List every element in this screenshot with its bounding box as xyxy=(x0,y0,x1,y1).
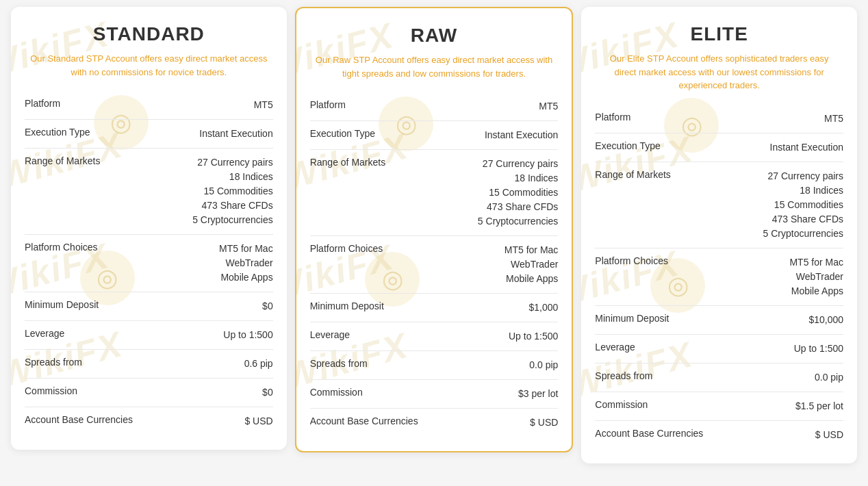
feature-value-standard-5: Up to 1:500 xyxy=(223,328,272,342)
feature-value-standard-3: MT5 for MacWebTraderMobile Apps xyxy=(219,242,273,285)
feature-label-standard-4: Minimum Deposit xyxy=(25,299,105,310)
feature-value-standard-4: $0 xyxy=(262,299,273,314)
feature-row-raw-1: Execution TypeInstant Execution xyxy=(310,121,559,150)
feature-label-elite-3: Platform Choices xyxy=(595,255,675,266)
feature-value-raw-2: 27 Currency pairs18 Indices15 Commoditie… xyxy=(478,157,559,229)
feature-value-raw-4: $1,000 xyxy=(529,300,559,315)
feature-value-raw-6: 0.0 pip xyxy=(529,358,558,372)
card-title-elite: ELITE xyxy=(595,23,843,45)
feature-row-raw-0: PlatformMT5 xyxy=(310,92,559,121)
feature-value-raw-0: MT5 xyxy=(539,99,558,114)
feature-value-elite-5: Up to 1:500 xyxy=(794,342,843,356)
feature-label-raw-1: Execution Type xyxy=(310,128,382,139)
feature-value-raw-5: Up to 1:500 xyxy=(509,329,558,344)
feature-row-elite-2: Range of Markets27 Currency pairs18 Indi… xyxy=(595,162,843,248)
feature-label-standard-0: Platform xyxy=(25,98,67,109)
feature-row-raw-6: Spreads from0.0 pip xyxy=(310,351,559,380)
feature-row-standard-0: PlatformMT5 xyxy=(25,91,273,120)
feature-row-raw-7: Commission$3 per lot xyxy=(310,380,559,409)
feature-row-elite-1: Execution TypeInstant Execution xyxy=(595,133,843,162)
feature-value-elite-8: $ USD xyxy=(815,428,843,442)
feature-value-raw-7: $3 per lot xyxy=(518,387,558,401)
feature-row-raw-2: Range of Markets27 Currency pairs18 Indi… xyxy=(310,150,559,236)
feature-value-raw-1: Instant Execution xyxy=(485,128,558,142)
feature-row-elite-7: Commission$1.5 per lot xyxy=(595,392,843,421)
feature-value-standard-8: $ USD xyxy=(244,414,272,429)
feature-row-standard-4: Minimum Deposit$0 xyxy=(25,292,273,321)
feature-row-elite-0: PlatformMT5 xyxy=(595,105,843,133)
feature-label-standard-7: Commission xyxy=(25,385,84,396)
feature-row-elite-6: Spreads from0.0 pip xyxy=(595,363,843,392)
feature-value-raw-3: MT5 for MacWebTraderMobile Apps xyxy=(505,243,559,286)
cards-container: WikiFXWikiFXWikiFXWikiFX◎◎STANDARDOur St… xyxy=(7,7,861,463)
feature-label-standard-3: Platform Choices xyxy=(25,242,105,253)
card-content-standard: STANDARDOur Standard STP Account offers … xyxy=(25,23,273,436)
feature-label-standard-1: Execution Type xyxy=(25,127,97,138)
card-raw: WikiFXWikiFXWikiFXWikiFX◎◎RAWOur Raw STP… xyxy=(295,7,574,452)
feature-row-standard-2: Range of Markets27 Currency pairs18 Indi… xyxy=(25,149,273,235)
feature-value-elite-7: $1.5 per lot xyxy=(795,399,843,413)
feature-value-elite-2: 27 Currency pairs18 Indices15 Commoditie… xyxy=(763,169,844,241)
card-standard: WikiFXWikiFXWikiFXWikiFX◎◎STANDARDOur St… xyxy=(11,7,287,450)
feature-label-elite-2: Range of Markets xyxy=(595,169,678,180)
feature-value-elite-4: $10,000 xyxy=(808,313,843,327)
card-content-elite: ELITEOur Elite STP Account offers sophis… xyxy=(595,23,843,450)
card-subtitle-standard: Our Standard STP Account offers easy dir… xyxy=(25,52,273,79)
feature-label-elite-7: Commission xyxy=(595,399,654,410)
card-title-standard: STANDARD xyxy=(25,23,273,45)
card-title-raw: RAW xyxy=(310,25,559,47)
card-content-raw: RAWOur Raw STP Account offers easy direc… xyxy=(310,25,559,437)
feature-row-elite-5: LeverageUp to 1:500 xyxy=(595,335,843,363)
feature-value-standard-0: MT5 xyxy=(254,98,273,112)
feature-value-standard-1: Instant Execution xyxy=(199,127,272,141)
feature-label-raw-8: Account Base Currencies xyxy=(310,415,425,426)
feature-row-raw-5: LeverageUp to 1:500 xyxy=(310,322,559,351)
feature-row-raw-3: Platform ChoicesMT5 for MacWebTraderMobi… xyxy=(310,236,559,294)
feature-label-raw-5: Leverage xyxy=(310,329,357,340)
feature-row-elite-4: Minimum Deposit$10,000 xyxy=(595,306,843,335)
feature-label-standard-6: Spreads from xyxy=(25,357,89,368)
feature-label-standard-5: Leverage xyxy=(25,328,71,339)
feature-label-raw-0: Platform xyxy=(310,99,353,110)
feature-row-standard-7: Commission$0 xyxy=(25,379,273,407)
feature-value-elite-1: Instant Execution xyxy=(770,140,843,155)
feature-label-elite-8: Account Base Currencies xyxy=(595,428,710,439)
feature-row-standard-1: Execution TypeInstant Execution xyxy=(25,120,273,149)
feature-row-elite-8: Account Base Currencies$ USD xyxy=(595,421,843,450)
feature-row-raw-8: Account Base Currencies$ USD xyxy=(310,409,559,437)
feature-row-standard-6: Spreads from0.6 pip xyxy=(25,350,273,379)
feature-label-raw-7: Commission xyxy=(310,387,370,398)
feature-label-raw-3: Platform Choices xyxy=(310,243,390,254)
feature-label-standard-2: Range of Markets xyxy=(25,155,107,166)
card-subtitle-raw: Our Raw STP Account offers easy direct m… xyxy=(310,53,559,80)
feature-value-standard-6: 0.6 pip xyxy=(244,357,273,371)
card-elite: WikiFXWikiFXWikiFXWikiFX◎◎ELITEOur Elite… xyxy=(581,7,857,463)
feature-value-raw-8: $ USD xyxy=(530,415,558,430)
feature-value-elite-3: MT5 for MacWebTraderMobile Apps xyxy=(789,255,843,298)
feature-row-standard-8: Account Base Currencies$ USD xyxy=(25,407,273,436)
feature-label-raw-6: Spreads from xyxy=(310,358,374,369)
feature-row-standard-3: Platform ChoicesMT5 for MacWebTraderMobi… xyxy=(25,235,273,292)
feature-value-elite-6: 0.0 pip xyxy=(815,370,843,385)
feature-label-elite-5: Leverage xyxy=(595,342,641,353)
feature-label-elite-4: Minimum Deposit xyxy=(595,313,676,324)
feature-label-elite-1: Execution Type xyxy=(595,140,667,151)
feature-row-raw-4: Minimum Deposit$1,000 xyxy=(310,294,559,322)
feature-row-elite-3: Platform ChoicesMT5 for MacWebTraderMobi… xyxy=(595,248,843,306)
feature-value-standard-2: 27 Currency pairs18 Indices15 Commoditie… xyxy=(192,155,273,227)
feature-value-standard-7: $0 xyxy=(262,385,273,400)
card-subtitle-elite: Our Elite STP Account offers sophisticat… xyxy=(595,52,843,92)
feature-label-elite-6: Spreads from xyxy=(595,370,659,381)
feature-value-elite-0: MT5 xyxy=(824,112,843,126)
feature-row-standard-5: LeverageUp to 1:500 xyxy=(25,321,273,350)
feature-label-elite-0: Platform xyxy=(595,112,637,123)
feature-label-standard-8: Account Base Currencies xyxy=(25,414,140,425)
feature-label-raw-4: Minimum Deposit xyxy=(310,300,391,311)
feature-label-raw-2: Range of Markets xyxy=(310,157,393,168)
